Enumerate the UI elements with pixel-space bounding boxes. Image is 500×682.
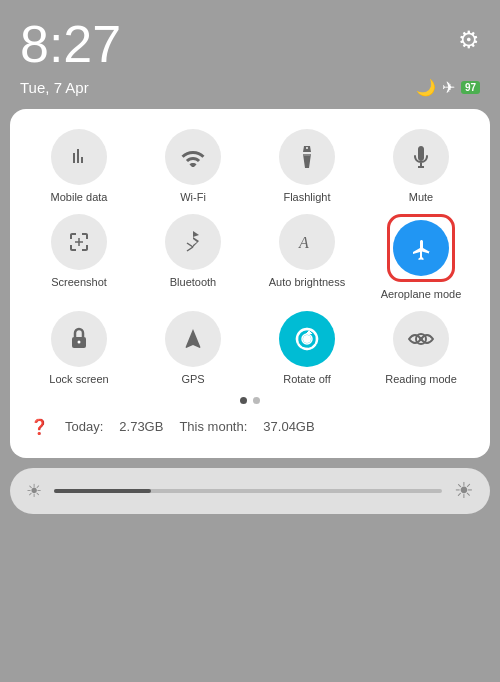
settings-icon[interactable]: ⚙	[458, 26, 480, 54]
tile-gps-label: GPS	[181, 373, 204, 386]
quick-tiles-row3: Lock screen GPS	[26, 311, 474, 386]
quick-settings-panel: Mobile data Wi-Fi Flashlight	[10, 109, 490, 458]
tile-lock-screen-label: Lock screen	[49, 373, 108, 386]
tile-auto-brightness[interactable]: A Auto brightness	[254, 214, 360, 301]
rotate-off-icon	[279, 311, 335, 367]
svg-text:A: A	[298, 234, 309, 251]
tile-rotate-off-label: Rotate off	[283, 373, 331, 386]
today-value: 2.73GB	[119, 419, 163, 434]
tile-rotate-off[interactable]: Rotate off	[254, 311, 360, 386]
reading-mode-icon	[393, 311, 449, 367]
moon-icon: 🌙	[416, 78, 436, 97]
mobile-data-icon	[51, 129, 107, 185]
brightness-track[interactable]	[54, 489, 442, 493]
tile-mute[interactable]: Mute	[368, 129, 474, 204]
svg-point-9	[303, 335, 311, 343]
tile-wifi[interactable]: Wi-Fi	[140, 129, 246, 204]
clock: 8:27	[20, 18, 121, 70]
quick-tiles-row2: Screenshot Bluetooth A Auto brightnes	[26, 214, 474, 301]
brightness-bar[interactable]: ☀ ☀	[10, 468, 490, 514]
screenshot-icon	[51, 214, 107, 270]
date-display: Tue, 7 Apr	[20, 79, 89, 96]
tile-reading-mode[interactable]: Reading mode	[368, 311, 474, 386]
tile-mobile-data[interactable]: Mobile data	[26, 129, 132, 204]
tile-screenshot[interactable]: Screenshot	[26, 214, 132, 301]
auto-brightness-icon: A	[279, 214, 335, 270]
dot-1	[240, 397, 247, 404]
aeroplane-mode-icon	[393, 220, 449, 276]
svg-line-4	[187, 243, 193, 247]
mute-icon	[393, 129, 449, 185]
tile-screenshot-label: Screenshot	[51, 276, 107, 289]
svg-point-8	[78, 341, 81, 344]
brightness-fill	[54, 489, 151, 493]
tile-wifi-label: Wi-Fi	[180, 191, 206, 204]
tile-mute-label: Mute	[409, 191, 433, 204]
brightness-max-icon: ☀	[454, 478, 474, 504]
battery-level: 97	[461, 81, 480, 94]
wifi-icon	[165, 129, 221, 185]
lock-screen-icon	[51, 311, 107, 367]
tile-flashlight-label: Flashlight	[283, 191, 330, 204]
tile-aeroplane[interactable]: Aeroplane mode	[368, 214, 474, 301]
status-bar: 8:27 ⚙	[0, 0, 500, 78]
date-row: Tue, 7 Apr 🌙 ✈ 97	[0, 78, 500, 109]
pagination-dots	[26, 397, 474, 404]
data-usage-row: ❓ Today: 2.73GB This month: 37.04GB	[26, 412, 474, 442]
today-label: Today:	[65, 419, 103, 434]
tile-flashlight[interactable]: Flashlight	[254, 129, 360, 204]
tile-auto-brightness-label: Auto brightness	[269, 276, 345, 289]
svg-line-5	[187, 247, 193, 251]
tile-reading-mode-label: Reading mode	[385, 373, 457, 386]
brightness-min-icon: ☀	[26, 480, 42, 502]
bluetooth-icon	[165, 214, 221, 270]
tile-lock-screen[interactable]: Lock screen	[26, 311, 132, 386]
quick-tiles-row1: Mobile data Wi-Fi Flashlight	[26, 129, 474, 204]
tile-bluetooth-label: Bluetooth	[170, 276, 216, 289]
help-icon: ❓	[30, 418, 49, 436]
gps-icon	[165, 311, 221, 367]
tile-aeroplane-label: Aeroplane mode	[381, 288, 462, 301]
status-icons: 🌙 ✈ 97	[416, 78, 480, 97]
aeroplane-highlight	[387, 214, 455, 282]
tile-gps[interactable]: GPS	[140, 311, 246, 386]
airplane-status-icon: ✈	[442, 78, 455, 97]
dot-2	[253, 397, 260, 404]
month-value: 37.04GB	[263, 419, 314, 434]
month-label: This month:	[179, 419, 247, 434]
tile-bluetooth[interactable]: Bluetooth	[140, 214, 246, 301]
flashlight-icon	[279, 129, 335, 185]
tile-mobile-data-label: Mobile data	[51, 191, 108, 204]
